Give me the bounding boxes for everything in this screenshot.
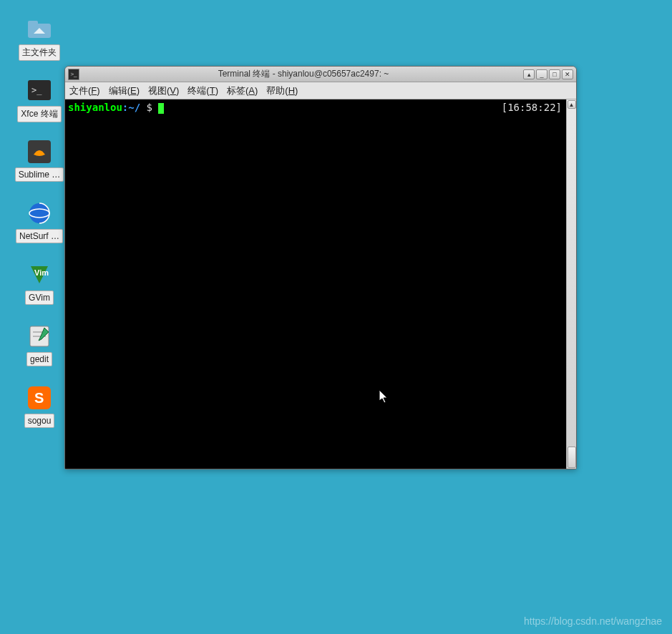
gvim-icon: Vim: [26, 262, 52, 288]
desktop-icon-label: GVim: [25, 291, 54, 305]
desktop-icon-gvim[interactable]: VimGVim: [14, 262, 64, 305]
menubar: 文件(F)编辑(E)视图(V)终端(T)标签(A)帮助(H): [65, 82, 576, 99]
terminal-cursor: [158, 103, 164, 114]
terminal-output[interactable]: shiyanlou:~/ $ [16:58:22]: [65, 99, 566, 469]
prompt-path: ~/: [128, 102, 140, 113]
sublime-icon: [26, 139, 52, 165]
window-title: Terminal 终端 - shiyanlou@c05657ac2497: ~: [84, 68, 523, 80]
close-button[interactable]: ✕: [562, 69, 573, 79]
maximize-button[interactable]: □: [549, 69, 560, 79]
watermark-text: https://blog.csdn.net/wangzhae: [524, 615, 662, 627]
scrollbar-up-arrow[interactable]: ▲: [568, 100, 576, 109]
menu-v[interactable]: 视图(V): [148, 84, 179, 97]
prompt-symbol: $: [147, 102, 152, 113]
desktop-icon-label: gedit: [26, 352, 52, 366]
xfce-terminal-icon: >_: [26, 77, 52, 103]
terminal-app-icon: >_: [68, 69, 79, 80]
window-buttons: ▴ _ □ ✕: [523, 69, 573, 79]
netsurf-icon: [26, 200, 52, 226]
scrollbar-thumb[interactable]: [568, 447, 576, 468]
minimize-button[interactable]: _: [536, 69, 547, 79]
terminal-clock: [16:58:22]: [502, 101, 562, 114]
desktop-icon-label: 主文件夹: [19, 44, 60, 61]
terminal-window[interactable]: >_ Terminal 终端 - shiyanlou@c05657ac2497:…: [64, 66, 577, 469]
svg-rect-1: [28, 21, 38, 26]
sogou-icon: S: [26, 385, 52, 411]
desktop-icon-sogou[interactable]: Ssogou: [14, 385, 64, 428]
titlebar[interactable]: >_ Terminal 终端 - shiyanlou@c05657ac2497:…: [65, 67, 576, 82]
desktop-icon-xfce-terminal[interactable]: >_Xfce 终端: [14, 77, 64, 122]
menu-a[interactable]: 标签(A): [227, 84, 258, 97]
desktop-icon-label: Sublime …: [15, 167, 64, 182]
desktop-icon-home-folder[interactable]: 主文件夹: [14, 16, 64, 61]
prompt-user: shiyanlou: [68, 102, 122, 113]
desktop-icon-netsurf[interactable]: NetSurf …: [14, 200, 64, 243]
svg-text:Vim: Vim: [34, 268, 49, 277]
home-folder-icon: [26, 16, 52, 42]
menu-t[interactable]: 终端(T): [188, 84, 218, 97]
svg-text:S: S: [34, 390, 44, 406]
rollup-button[interactable]: ▴: [523, 69, 535, 79]
gedit-icon: [26, 323, 52, 349]
scrollbar[interactable]: ▲: [566, 99, 576, 469]
desktop-icon-label: Xfce 终端: [17, 106, 61, 122]
svg-text:>_: >_: [31, 85, 42, 95]
menu-h[interactable]: 帮助(H): [266, 84, 298, 97]
desktop-icon-label: sogou: [24, 414, 55, 428]
menu-e[interactable]: 编辑(E): [109, 84, 140, 97]
menu-f[interactable]: 文件(F): [69, 84, 100, 97]
desktop-icon-sublime[interactable]: Sublime …: [14, 139, 64, 182]
desktop-icon-gedit[interactable]: gedit: [14, 323, 64, 366]
desktop-icon-label: NetSurf …: [16, 229, 63, 243]
